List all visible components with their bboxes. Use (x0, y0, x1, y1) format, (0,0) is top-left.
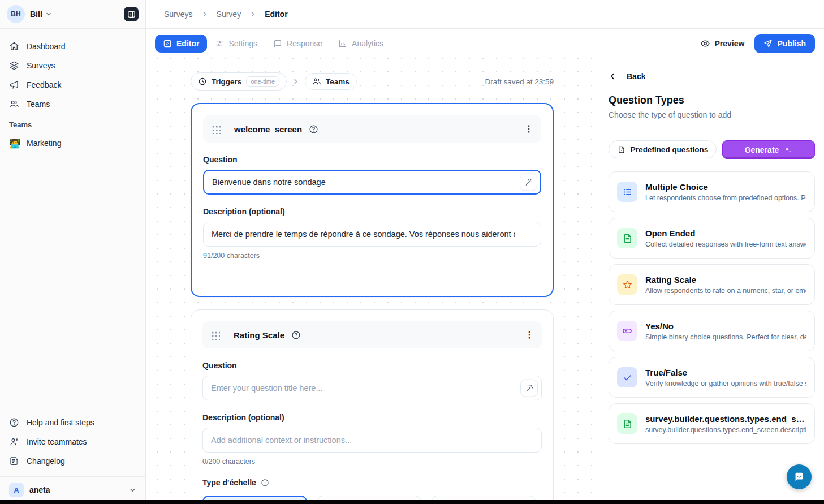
ai-rewrite-button[interactable] (520, 174, 537, 191)
sidebar-item-feedback[interactable]: Feedback (9, 75, 136, 94)
chat-widget-button[interactable] (787, 464, 812, 489)
back-label: Back (627, 72, 645, 81)
sidebar-item-team-marketing[interactable]: 🧑‍💻 Marketing (9, 133, 136, 153)
back-button[interactable]: Back (609, 72, 815, 81)
ai-rewrite-button[interactable] (520, 380, 538, 397)
help-circle-icon (9, 417, 19, 428)
chevron-down-icon (129, 486, 136, 494)
account-avatar: A (9, 483, 24, 497)
tab-settings[interactable]: Settings (207, 35, 265, 53)
tab-editor[interactable]: Editor (155, 35, 207, 53)
teams-node[interactable]: Teams (305, 73, 357, 90)
breadcrumb: Surveys Survey Editor (146, 0, 824, 29)
sidebar-item-teams[interactable]: Teams (9, 94, 136, 114)
question-card-welcome-screen[interactable]: welcome_screen ⋮ Question (191, 103, 554, 297)
question-description-input[interactable] (202, 428, 542, 453)
kebab-menu-icon[interactable]: ⋮ (525, 330, 534, 339)
breadcrumb-survey[interactable]: Survey (217, 10, 241, 19)
survey-canvas[interactable]: Triggers one-time Teams Draft saved at 2… (146, 58, 599, 504)
collapse-sidebar-button[interactable] (124, 7, 139, 21)
sidebar: BH Bill Dashboard Surveys (0, 0, 146, 504)
help-circle-icon[interactable] (291, 330, 301, 340)
bottom-edge-bar (0, 500, 824, 504)
question-type-yes-no[interactable]: Yes/No Simple binary choice questions. P… (609, 311, 815, 351)
chevron-left-icon (609, 72, 616, 80)
account-name: aneta (29, 485, 50, 494)
sidebar-item-label: Surveys (27, 61, 55, 70)
clock-icon (198, 77, 207, 86)
drag-handle-icon[interactable] (210, 330, 220, 340)
sidebar-item-label: Dashboard (27, 42, 66, 51)
question-field-label: Question (202, 361, 542, 370)
sidebar-item-label: Teams (27, 100, 50, 109)
kebab-menu-icon[interactable]: ⋮ (524, 124, 533, 133)
question-card-rating-scale[interactable]: Rating Scale ⋮ Question (191, 309, 554, 504)
users-icon (312, 77, 321, 86)
workspace-switcher[interactable]: BH Bill (0, 0, 145, 29)
sidebar-nav: Dashboard Surveys Feedback Teams Teams 🧑… (0, 29, 145, 153)
info-circle-icon[interactable] (261, 479, 269, 487)
triggers-node[interactable]: Triggers one-time (191, 72, 287, 91)
content-row: Triggers one-time Teams Draft saved at 2… (146, 58, 824, 504)
question-types-panel: Back Question Types Choose the type of q… (599, 58, 824, 504)
preview-button[interactable]: Preview (700, 38, 745, 49)
question-type-multiple-choice[interactable]: Multiple Choice Let respondents choose f… (609, 171, 815, 212)
check-icon (617, 367, 637, 387)
app-root: BH Bill Dashboard Surveys (0, 0, 824, 504)
preview-label: Preview (715, 39, 745, 48)
question-type-description: Simple binary choice questions. Perfect … (645, 333, 806, 341)
editor-toolbar: Editor Settings Response Analytics Previ… (146, 29, 824, 58)
publish-label: Publish (777, 39, 806, 48)
question-type-end-screen[interactable]: survey.builder.questions.types.end_scr..… (609, 403, 815, 444)
sidebar-item-changelog[interactable]: Changelog (9, 451, 136, 471)
workspace-name: Bill (30, 10, 42, 19)
users-icon (9, 99, 19, 109)
question-type-description: survey.builder.questions.types.end_scree… (645, 426, 806, 434)
question-type-description: Verify knowledge or gather opinions with… (645, 380, 806, 387)
tab-response[interactable]: Response (265, 35, 330, 53)
question-description-input[interactable] (203, 222, 541, 247)
publish-button[interactable]: Publish (754, 34, 815, 53)
tab-analytics[interactable]: Analytics (330, 35, 391, 53)
question-title-input[interactable] (203, 170, 541, 195)
question-type-description: Collect detailed responses with free-for… (645, 240, 806, 248)
team-name: Marketing (27, 139, 61, 148)
chevron-right-icon (292, 77, 300, 85)
sidebar-item-label: Feedback (27, 80, 61, 89)
breadcrumb-editor: Editor (265, 10, 287, 19)
sidebar-item-dashboard[interactable]: Dashboard (9, 37, 136, 56)
question-type-name: survey.builder.questions.types.end_scr..… (645, 414, 806, 424)
question-type-name: Multiple Choice (645, 182, 806, 192)
drag-handle-icon[interactable] (211, 124, 221, 134)
magic-wand-icon (524, 178, 533, 187)
question-title-input[interactable] (202, 376, 542, 400)
question-type-true-false[interactable]: True/False Verify knowledge or gather op… (609, 357, 815, 398)
generate-button[interactable]: Generate (722, 140, 815, 159)
sidebar-item-help[interactable]: Help and first steps (9, 413, 136, 432)
question-type-description: Allow respondents to rate on a numeric, … (645, 287, 806, 295)
predefined-questions-label: Predefined questions (631, 145, 708, 154)
question-type-description: Let respondents choose from predefined o… (645, 194, 806, 202)
user-plus-icon (9, 437, 19, 447)
canvas-flow-bar: Triggers one-time Teams Draft saved at 2… (191, 72, 554, 91)
draft-status: Draft saved at 23:59 (485, 77, 554, 86)
team-emoji: 🧑‍💻 (9, 138, 20, 149)
sidebar-item-label: Help and first steps (27, 418, 94, 427)
question-type-rating-scale[interactable]: Rating Scale Allow respondents to rate o… (609, 264, 815, 305)
tab-label: Settings (228, 39, 257, 48)
help-circle-icon[interactable] (309, 124, 318, 134)
character-count: 0/200 characters (202, 458, 542, 466)
sidebar-item-label: Changelog (27, 456, 65, 466)
message-square-icon (273, 39, 282, 48)
send-icon (763, 39, 773, 48)
breadcrumb-surveys[interactable]: Surveys (164, 10, 193, 19)
question-card-title: welcome_screen (234, 124, 302, 134)
question-type-open-ended[interactable]: Open Ended Collect detailed responses wi… (609, 218, 815, 259)
character-count: 91/200 characters (203, 252, 541, 260)
sidebar-item-invite[interactable]: Invite teammates (9, 432, 136, 451)
workspace-avatar: BH (7, 5, 25, 23)
predefined-questions-button[interactable]: Predefined questions (609, 140, 717, 158)
sidebar-item-surveys[interactable]: Surveys (9, 56, 136, 75)
changelog-icon (9, 456, 19, 466)
scale-type-label: Type d'échelle (202, 478, 256, 487)
